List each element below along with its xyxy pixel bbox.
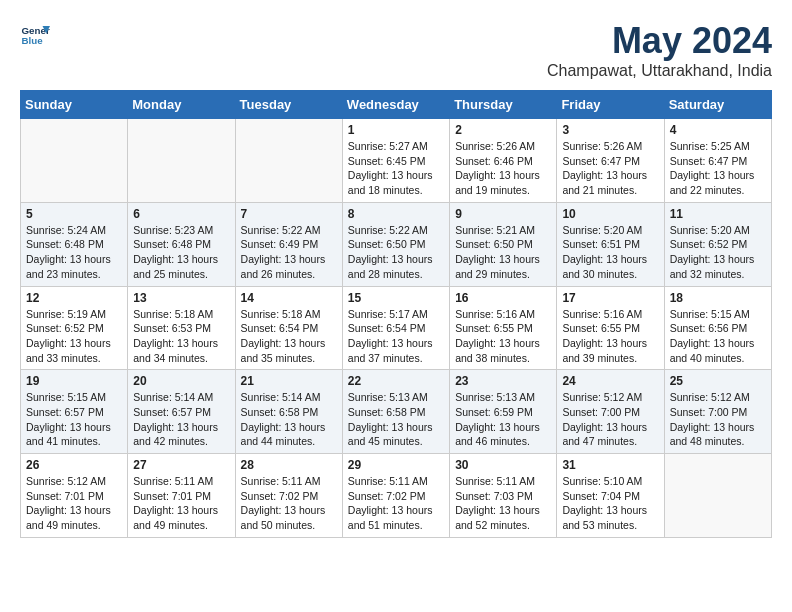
calendar-cell: 25Sunrise: 5:12 AM Sunset: 7:00 PM Dayli… <box>664 370 771 454</box>
calendar-cell: 22Sunrise: 5:13 AM Sunset: 6:58 PM Dayli… <box>342 370 449 454</box>
day-info: Sunrise: 5:17 AM Sunset: 6:54 PM Dayligh… <box>348 307 444 366</box>
day-info: Sunrise: 5:22 AM Sunset: 6:49 PM Dayligh… <box>241 223 337 282</box>
calendar-cell: 21Sunrise: 5:14 AM Sunset: 6:58 PM Dayli… <box>235 370 342 454</box>
day-info: Sunrise: 5:15 AM Sunset: 6:57 PM Dayligh… <box>26 390 122 449</box>
day-info: Sunrise: 5:24 AM Sunset: 6:48 PM Dayligh… <box>26 223 122 282</box>
day-number: 28 <box>241 458 337 472</box>
calendar-cell: 30Sunrise: 5:11 AM Sunset: 7:03 PM Dayli… <box>450 454 557 538</box>
calendar-cell: 10Sunrise: 5:20 AM Sunset: 6:51 PM Dayli… <box>557 202 664 286</box>
day-info: Sunrise: 5:12 AM Sunset: 7:00 PM Dayligh… <box>562 390 658 449</box>
day-number: 1 <box>348 123 444 137</box>
day-number: 18 <box>670 291 766 305</box>
column-header-monday: Monday <box>128 91 235 119</box>
calendar-cell <box>664 454 771 538</box>
column-header-wednesday: Wednesday <box>342 91 449 119</box>
calendar-cell: 24Sunrise: 5:12 AM Sunset: 7:00 PM Dayli… <box>557 370 664 454</box>
day-info: Sunrise: 5:26 AM Sunset: 6:46 PM Dayligh… <box>455 139 551 198</box>
day-number: 22 <box>348 374 444 388</box>
day-number: 11 <box>670 207 766 221</box>
header: General Blue May 2024 Champawat, Uttarak… <box>20 20 772 80</box>
calendar-cell: 6Sunrise: 5:23 AM Sunset: 6:48 PM Daylig… <box>128 202 235 286</box>
calendar-cell: 15Sunrise: 5:17 AM Sunset: 6:54 PM Dayli… <box>342 286 449 370</box>
day-number: 23 <box>455 374 551 388</box>
day-number: 15 <box>348 291 444 305</box>
day-info: Sunrise: 5:13 AM Sunset: 6:58 PM Dayligh… <box>348 390 444 449</box>
day-info: Sunrise: 5:11 AM Sunset: 7:03 PM Dayligh… <box>455 474 551 533</box>
calendar-cell: 3Sunrise: 5:26 AM Sunset: 6:47 PM Daylig… <box>557 119 664 203</box>
calendar-table: SundayMondayTuesdayWednesdayThursdayFrid… <box>20 90 772 538</box>
calendar-cell: 18Sunrise: 5:15 AM Sunset: 6:56 PM Dayli… <box>664 286 771 370</box>
day-number: 7 <box>241 207 337 221</box>
title-area: May 2024 Champawat, Uttarakhand, India <box>547 20 772 80</box>
day-number: 29 <box>348 458 444 472</box>
calendar-cell: 29Sunrise: 5:11 AM Sunset: 7:02 PM Dayli… <box>342 454 449 538</box>
day-number: 25 <box>670 374 766 388</box>
day-number: 24 <box>562 374 658 388</box>
calendar-cell: 17Sunrise: 5:16 AM Sunset: 6:55 PM Dayli… <box>557 286 664 370</box>
calendar-cell <box>128 119 235 203</box>
calendar-cell: 8Sunrise: 5:22 AM Sunset: 6:50 PM Daylig… <box>342 202 449 286</box>
calendar-cell: 2Sunrise: 5:26 AM Sunset: 6:46 PM Daylig… <box>450 119 557 203</box>
main-title: May 2024 <box>547 20 772 62</box>
calendar-cell: 14Sunrise: 5:18 AM Sunset: 6:54 PM Dayli… <box>235 286 342 370</box>
logo: General Blue <box>20 20 50 50</box>
day-number: 16 <box>455 291 551 305</box>
day-number: 2 <box>455 123 551 137</box>
day-number: 5 <box>26 207 122 221</box>
day-info: Sunrise: 5:16 AM Sunset: 6:55 PM Dayligh… <box>455 307 551 366</box>
svg-text:Blue: Blue <box>22 35 44 46</box>
day-number: 14 <box>241 291 337 305</box>
day-number: 9 <box>455 207 551 221</box>
week-row-4: 19Sunrise: 5:15 AM Sunset: 6:57 PM Dayli… <box>21 370 772 454</box>
calendar-cell: 23Sunrise: 5:13 AM Sunset: 6:59 PM Dayli… <box>450 370 557 454</box>
calendar-cell: 26Sunrise: 5:12 AM Sunset: 7:01 PM Dayli… <box>21 454 128 538</box>
day-number: 13 <box>133 291 229 305</box>
day-info: Sunrise: 5:21 AM Sunset: 6:50 PM Dayligh… <box>455 223 551 282</box>
calendar-cell: 19Sunrise: 5:15 AM Sunset: 6:57 PM Dayli… <box>21 370 128 454</box>
calendar-cell: 16Sunrise: 5:16 AM Sunset: 6:55 PM Dayli… <box>450 286 557 370</box>
day-info: Sunrise: 5:22 AM Sunset: 6:50 PM Dayligh… <box>348 223 444 282</box>
day-number: 20 <box>133 374 229 388</box>
week-row-1: 1Sunrise: 5:27 AM Sunset: 6:45 PM Daylig… <box>21 119 772 203</box>
column-header-friday: Friday <box>557 91 664 119</box>
logo-icon: General Blue <box>20 20 50 50</box>
day-info: Sunrise: 5:18 AM Sunset: 6:54 PM Dayligh… <box>241 307 337 366</box>
calendar-cell: 1Sunrise: 5:27 AM Sunset: 6:45 PM Daylig… <box>342 119 449 203</box>
column-header-tuesday: Tuesday <box>235 91 342 119</box>
column-header-sunday: Sunday <box>21 91 128 119</box>
day-number: 17 <box>562 291 658 305</box>
day-info: Sunrise: 5:26 AM Sunset: 6:47 PM Dayligh… <box>562 139 658 198</box>
day-number: 3 <box>562 123 658 137</box>
week-row-3: 12Sunrise: 5:19 AM Sunset: 6:52 PM Dayli… <box>21 286 772 370</box>
calendar-cell: 27Sunrise: 5:11 AM Sunset: 7:01 PM Dayli… <box>128 454 235 538</box>
day-info: Sunrise: 5:14 AM Sunset: 6:58 PM Dayligh… <box>241 390 337 449</box>
day-info: Sunrise: 5:19 AM Sunset: 6:52 PM Dayligh… <box>26 307 122 366</box>
day-info: Sunrise: 5:12 AM Sunset: 7:01 PM Dayligh… <box>26 474 122 533</box>
day-info: Sunrise: 5:14 AM Sunset: 6:57 PM Dayligh… <box>133 390 229 449</box>
calendar-cell: 20Sunrise: 5:14 AM Sunset: 6:57 PM Dayli… <box>128 370 235 454</box>
calendar-cell: 7Sunrise: 5:22 AM Sunset: 6:49 PM Daylig… <box>235 202 342 286</box>
day-info: Sunrise: 5:11 AM Sunset: 7:01 PM Dayligh… <box>133 474 229 533</box>
calendar-cell <box>235 119 342 203</box>
day-number: 26 <box>26 458 122 472</box>
calendar-cell <box>21 119 128 203</box>
day-number: 19 <box>26 374 122 388</box>
day-info: Sunrise: 5:11 AM Sunset: 7:02 PM Dayligh… <box>348 474 444 533</box>
calendar-cell: 11Sunrise: 5:20 AM Sunset: 6:52 PM Dayli… <box>664 202 771 286</box>
day-info: Sunrise: 5:13 AM Sunset: 6:59 PM Dayligh… <box>455 390 551 449</box>
calendar-cell: 31Sunrise: 5:10 AM Sunset: 7:04 PM Dayli… <box>557 454 664 538</box>
day-info: Sunrise: 5:18 AM Sunset: 6:53 PM Dayligh… <box>133 307 229 366</box>
day-info: Sunrise: 5:20 AM Sunset: 6:51 PM Dayligh… <box>562 223 658 282</box>
column-header-saturday: Saturday <box>664 91 771 119</box>
column-header-thursday: Thursday <box>450 91 557 119</box>
calendar-cell: 13Sunrise: 5:18 AM Sunset: 6:53 PM Dayli… <box>128 286 235 370</box>
day-info: Sunrise: 5:11 AM Sunset: 7:02 PM Dayligh… <box>241 474 337 533</box>
day-number: 6 <box>133 207 229 221</box>
day-number: 31 <box>562 458 658 472</box>
day-number: 12 <box>26 291 122 305</box>
day-info: Sunrise: 5:25 AM Sunset: 6:47 PM Dayligh… <box>670 139 766 198</box>
day-number: 21 <box>241 374 337 388</box>
day-number: 8 <box>348 207 444 221</box>
calendar-cell: 12Sunrise: 5:19 AM Sunset: 6:52 PM Dayli… <box>21 286 128 370</box>
week-row-2: 5Sunrise: 5:24 AM Sunset: 6:48 PM Daylig… <box>21 202 772 286</box>
